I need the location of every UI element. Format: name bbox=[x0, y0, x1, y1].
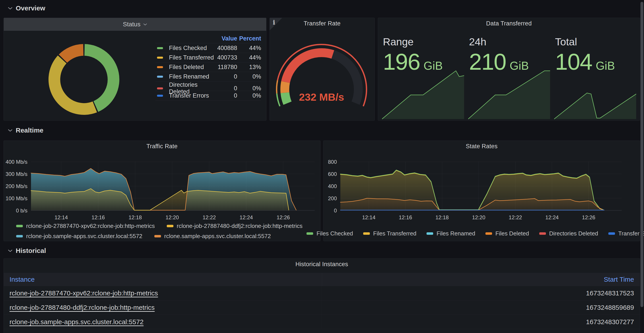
legend-swatch bbox=[154, 235, 161, 237]
svg-text:12:18: 12:18 bbox=[436, 214, 449, 220]
legend-swatch bbox=[608, 232, 615, 235]
traffic-rate-panel: Traffic Rate 400 Mb/s300 Mb/s200 Mb/s100… bbox=[4, 140, 320, 241]
legend-label[interactable]: Files Renamed bbox=[169, 73, 214, 80]
legend-swatch bbox=[486, 232, 492, 235]
legend-label[interactable]: Files Transferred bbox=[169, 54, 214, 61]
svg-text:12:16: 12:16 bbox=[399, 214, 412, 220]
svg-text:12:18: 12:18 bbox=[128, 214, 142, 220]
legend-percent: 0% bbox=[237, 92, 261, 99]
state-rates-chart[interactable]: 800600400200012:1412:1612:1812:2012:2212… bbox=[324, 141, 640, 241]
legend-label[interactable]: Files Checked bbox=[169, 45, 214, 51]
stat-sparkline bbox=[468, 70, 550, 119]
traffic-legend: rclone-job-27887470-xpv62:rclone-job:htt… bbox=[16, 223, 302, 240]
legend-swatch bbox=[16, 235, 23, 237]
svg-text:0 b/s: 0 b/s bbox=[16, 208, 28, 214]
svg-text:12:22: 12:22 bbox=[203, 214, 216, 220]
legend-label: Files Renamed bbox=[436, 230, 475, 237]
instance-cell: rclone-job.sample-apps.svc.cluster.local… bbox=[4, 318, 322, 326]
legend-value: 0 bbox=[214, 85, 237, 92]
legend-swatch bbox=[157, 76, 163, 78]
legend-header-percent: Percent bbox=[237, 35, 261, 42]
legend-label: Files Checked bbox=[316, 230, 353, 237]
svg-text:100 Mb/s: 100 Mb/s bbox=[6, 195, 28, 201]
legend-item[interactable]: rclone-job-27887480-ddfj2:rclone-job:htt… bbox=[167, 223, 302, 229]
status-legend-row: Files Checked40088844% bbox=[155, 43, 261, 53]
section-header-realtime[interactable]: Realtime bbox=[8, 127, 44, 134]
status-legend-row: Files Renamed00% bbox=[155, 72, 261, 81]
status-panel-title-menu[interactable]: Status bbox=[4, 18, 266, 31]
stat-label: Range bbox=[383, 36, 414, 48]
instance-link[interactable]: rclone-job.sample-apps.svc.cluster.local… bbox=[10, 318, 144, 326]
legend-label: Files Deleted bbox=[496, 230, 529, 237]
status-legend-row: Transfer Errors00% bbox=[155, 91, 261, 100]
legend-label: rclone-job-27887470-xpv62:rclone-job:htt… bbox=[26, 223, 155, 229]
legend-item[interactable]: Files Renamed bbox=[426, 230, 475, 237]
instance-link[interactable]: rclone-job-27887470-xpv62:rclone-job:htt… bbox=[10, 290, 158, 297]
svg-text:12:24: 12:24 bbox=[546, 214, 559, 220]
status-legend-row: Files Transferred40073344% bbox=[155, 53, 261, 62]
chevron-down-icon bbox=[143, 23, 147, 25]
legend-value: 118780 bbox=[214, 64, 237, 71]
legend-item[interactable]: Files Transferred bbox=[363, 230, 416, 237]
legend-label[interactable]: Transfer Errors bbox=[169, 92, 214, 99]
table-row: rclone-job-27887480-ddfj2:rclone-job:htt… bbox=[4, 301, 640, 315]
status-legend-row: Files Deleted11878013% bbox=[155, 62, 261, 72]
svg-text:12:20: 12:20 bbox=[166, 214, 179, 220]
svg-text:200 Mb/s: 200 Mb/s bbox=[6, 183, 28, 189]
legend-label: Directories Deleted bbox=[549, 230, 598, 237]
data-transferred-panel: Data Transferred Range196GiB24h210GiBTot… bbox=[378, 18, 640, 121]
section-header-historical[interactable]: Historical bbox=[8, 247, 46, 255]
panel-title: Historical Instances bbox=[4, 261, 640, 268]
legend-swatch bbox=[157, 95, 163, 97]
legend-item[interactable]: Files Checked bbox=[306, 230, 353, 237]
legend-label: rclone-job.sample-apps.svc.cluster.local… bbox=[26, 233, 142, 240]
section-header-overview[interactable]: Overview bbox=[8, 4, 45, 12]
legend-item[interactable]: Files Deleted bbox=[486, 230, 529, 237]
legend-swatch bbox=[363, 232, 370, 235]
legend-swatch bbox=[157, 87, 163, 89]
svg-text:12:22: 12:22 bbox=[509, 214, 522, 220]
section-title: Realtime bbox=[16, 127, 44, 134]
instance-link[interactable]: rclone-job-27887480-ddfj2:rclone-job:htt… bbox=[10, 304, 154, 311]
instance-cell: rclone-job-27887480-ddfj2:rclone-job:htt… bbox=[4, 304, 322, 311]
stat-sparkline bbox=[382, 70, 464, 119]
table-body: rclone-job-27887470-xpv62:rclone-job:htt… bbox=[4, 286, 640, 329]
legend-label: rclone.sample-apps.svc.cluster.local:557… bbox=[164, 233, 271, 240]
stat-24h: 24h210GiB bbox=[468, 36, 550, 119]
column-header-start-time[interactable]: Start Time bbox=[322, 273, 640, 286]
panel-title: Transfer Rate bbox=[270, 20, 374, 27]
legend-item[interactable]: rclone-job-27887470-xpv62:rclone-job:htt… bbox=[16, 223, 155, 229]
legend-item[interactable]: rclone.sample-apps.svc.cluster.local:557… bbox=[154, 233, 271, 240]
legend-value: 400733 bbox=[214, 54, 237, 61]
legend-swatch bbox=[157, 66, 163, 68]
stat-label: Total bbox=[555, 36, 577, 48]
legend-percent: 44% bbox=[237, 54, 261, 61]
svg-text:300 Mb/s: 300 Mb/s bbox=[6, 171, 28, 177]
panel-title: Data Transferred bbox=[378, 20, 640, 27]
column-header-instance[interactable]: Instance bbox=[4, 276, 322, 283]
legend-percent: 44% bbox=[237, 45, 261, 51]
status-legend-table: ValuePercentFiles Checked40088844%Files … bbox=[155, 34, 261, 100]
legend-swatch bbox=[157, 47, 163, 49]
legend-item[interactable]: rclone-job.sample-apps.svc.cluster.local… bbox=[16, 233, 142, 240]
svg-text:12:26: 12:26 bbox=[582, 214, 595, 220]
status-donut-chart[interactable] bbox=[48, 43, 120, 115]
chevron-down-icon bbox=[8, 7, 12, 9]
historical-instances-panel: Historical Instances Instance Start Time… bbox=[4, 259, 640, 333]
status-panel: Status ValuePercentFiles Checked40088844… bbox=[4, 18, 266, 121]
table-header-row: Instance Start Time bbox=[4, 273, 640, 286]
legend-item[interactable]: Directories Deleted bbox=[539, 230, 598, 237]
legend-item[interactable]: Transfer Errors bbox=[608, 230, 644, 237]
legend-swatch bbox=[167, 225, 174, 227]
legend-label: rclone-job-27887480-ddfj2:rclone-job:htt… bbox=[177, 223, 302, 229]
legend-label[interactable]: Files Deleted bbox=[169, 64, 214, 71]
stat-sparkline bbox=[554, 70, 636, 119]
svg-text:800: 800 bbox=[328, 159, 337, 165]
legend-value: 0 bbox=[214, 92, 237, 99]
section-title: Overview bbox=[16, 4, 45, 12]
legend-value: 400888 bbox=[214, 45, 237, 51]
page-scrollbar-thumb[interactable] bbox=[640, 2, 643, 307]
transfer-rate-gauge[interactable]: 232 MB/s bbox=[274, 40, 370, 113]
table-row: rclone-job.sample-apps.svc.cluster.local… bbox=[4, 315, 640, 329]
state-rates-panel: State Rates 800600400200012:1412:1612:18… bbox=[323, 140, 640, 241]
